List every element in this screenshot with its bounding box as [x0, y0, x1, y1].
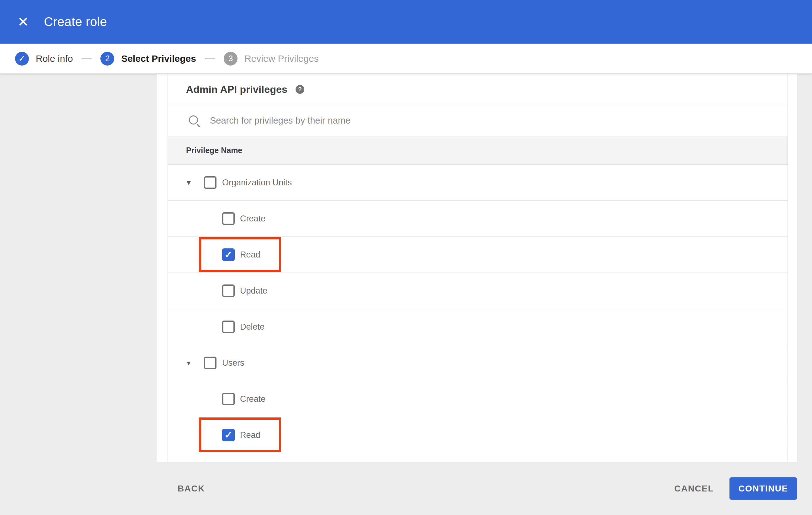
search-icon — [188, 115, 201, 127]
step-connector — [205, 58, 215, 59]
privilege-label: Create — [240, 394, 265, 404]
step-number-3: 3 — [224, 52, 237, 65]
step-review-privileges: 3 Review Privileges — [224, 52, 319, 65]
expand-arrow-icon[interactable]: ▼ — [185, 179, 192, 186]
privilege-row-organization-units-read: ✓Read — [168, 237, 787, 273]
privilege-label: Organization Units — [222, 178, 292, 187]
privilege-row-organization-units-update: Update — [168, 273, 787, 309]
checkbox-organization-units-create[interactable] — [222, 212, 235, 225]
admin-api-privileges-panel: Admin API privileges ? Privilege Name ▼O… — [168, 74, 788, 464]
checkbox-organization-units[interactable] — [204, 176, 216, 189]
step-connector — [82, 58, 92, 59]
privilege-row-organization-units-create: Create — [168, 201, 787, 237]
privilege-group-row-organization-units: ▼Organization Units — [168, 165, 787, 201]
panel-header: Admin API privileges ? — [168, 74, 787, 105]
privilege-label: Read — [240, 250, 260, 260]
checkbox-organization-units-read-checked[interactable]: ✓ — [222, 248, 235, 261]
privilege-label: Users — [222, 358, 244, 368]
step-role-info[interactable]: ✓ Role info — [15, 52, 73, 65]
step-number-2: 2 — [100, 52, 114, 65]
panel-title: Admin API privileges — [186, 84, 287, 95]
page-title: Create role — [44, 15, 107, 29]
privilege-label: Read — [240, 430, 260, 440]
step-label-review-privileges: Review Privileges — [244, 53, 319, 64]
step-select-privileges[interactable]: 2 Select Privileges — [100, 52, 196, 65]
column-privilege-name: Privilege Name — [186, 146, 242, 155]
checkbox-users-create[interactable] — [222, 393, 235, 405]
continue-button[interactable]: CONTINUE — [729, 477, 797, 499]
privilege-row-users-create: Create — [168, 381, 787, 417]
privilege-label: Create — [240, 214, 265, 223]
privilege-row-organization-units-delete: Delete — [168, 309, 787, 345]
checkbox-users[interactable] — [204, 357, 216, 369]
cancel-button[interactable]: CANCEL — [672, 481, 716, 497]
help-icon[interactable]: ? — [295, 85, 304, 94]
privilege-label: Delete — [240, 322, 264, 332]
expand-arrow-icon[interactable]: ▼ — [185, 360, 192, 366]
privileges-card: Admin API privileges ? Privilege Name ▼O… — [157, 74, 797, 462]
stepper: ✓ Role info 2 Select Privileges 3 Review… — [0, 43, 812, 74]
privilege-search-row — [168, 105, 787, 136]
table-header-row: Privilege Name — [168, 136, 787, 165]
search-input[interactable] — [209, 115, 713, 126]
checkbox-organization-units-delete[interactable] — [222, 321, 235, 333]
step-label-select-privileges: Select Privileges — [121, 53, 196, 64]
privilege-group-row-users: ▼Users — [168, 345, 787, 381]
footer-bar: BACK CANCEL CONTINUE — [0, 462, 812, 515]
privilege-label: Update — [240, 286, 267, 296]
create-role-dialog: ✕ Create role ✓ Role info 2 Select Privi… — [0, 0, 812, 515]
privilege-row-users-read: ✓Read — [168, 417, 787, 453]
checkbox-organization-units-update[interactable] — [222, 284, 235, 297]
close-icon[interactable]: ✕ — [15, 15, 31, 29]
step-label-role-info: Role info — [36, 53, 73, 64]
app-bar: ✕ Create role — [0, 0, 812, 43]
step-complete-check-icon: ✓ — [15, 52, 29, 65]
back-button[interactable]: BACK — [176, 481, 207, 497]
checkbox-users-read-checked[interactable]: ✓ — [222, 429, 235, 441]
privilege-rows: ▼Organization UnitsCreate✓ReadUpdateDele… — [168, 165, 787, 453]
